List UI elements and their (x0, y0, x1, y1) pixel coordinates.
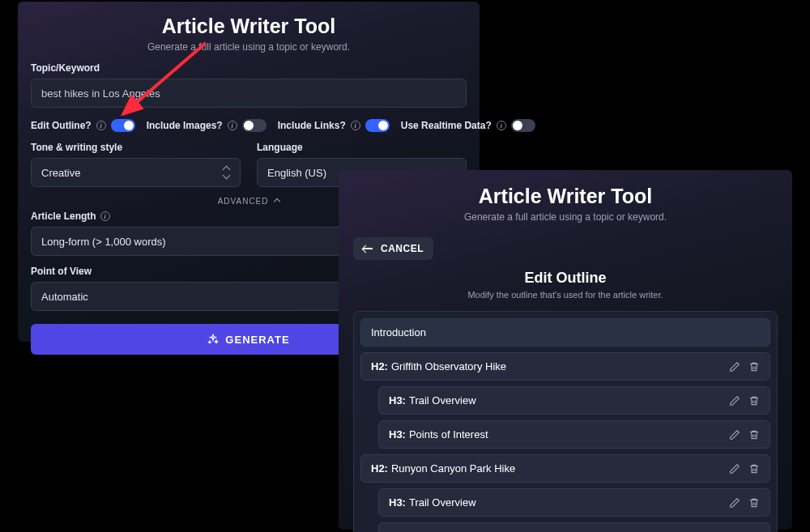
section-subtitle: Modify the outline that's used for the a… (353, 290, 778, 300)
tone-select[interactable]: Creative (31, 158, 241, 187)
pov-value: Automatic (41, 291, 88, 303)
edit-outline-toggle[interactable] (111, 119, 135, 132)
realtime-label: Use Realtime Data? (401, 120, 492, 131)
page-subtitle: Generate a full article using a topic or… (353, 211, 778, 223)
outline-item-text: H2:Griffith Observatory Hike (371, 360, 506, 372)
include-images-label: Include Images? (147, 120, 223, 131)
edit-outline-label: Edit Outline? (31, 120, 92, 131)
trash-icon[interactable] (748, 429, 760, 440)
info-icon[interactable]: i (228, 121, 237, 130)
arrow-left-icon (363, 245, 374, 253)
outline-item-text: H2:Runyon Canyon Park Hike (371, 462, 515, 475)
include-links-label: Include Links? (278, 120, 346, 131)
trash-icon[interactable] (748, 497, 760, 509)
cancel-label: CANCEL (381, 243, 424, 254)
info-icon[interactable]: i (100, 211, 110, 221)
include-links-toggle[interactable] (365, 119, 390, 132)
outline-item-text: H3:Points of Interest (389, 428, 488, 440)
pencil-icon[interactable] (729, 361, 740, 372)
outline-item-text: Introduction (371, 326, 426, 338)
sparkle-icon (207, 334, 219, 345)
outline-item-h3[interactable]: H3:Points of Interest (378, 420, 770, 449)
outline-list: IntroductionH2:Griffith Observatory Hike… (353, 311, 778, 532)
trash-icon[interactable] (748, 463, 760, 475)
language-value: English (US) (267, 167, 326, 179)
realtime-toggle[interactable] (511, 119, 535, 132)
topic-input-value: best hikes in Los Angeles (41, 87, 160, 100)
trash-icon[interactable] (748, 361, 760, 372)
outline-item-actions (729, 497, 760, 509)
edit-outline-panel: Article Writer Tool Generate a full arti… (339, 170, 792, 530)
outline-item-h3[interactable]: H3:Trail Overview (378, 386, 770, 415)
trash-icon[interactable] (748, 395, 760, 406)
info-icon[interactable]: i (351, 121, 360, 130)
page-subtitle: Generate a full article using a topic or… (31, 41, 467, 53)
tone-value: Creative (41, 167, 80, 179)
chevron-updown-icon (222, 167, 230, 178)
info-icon[interactable]: i (96, 121, 106, 130)
info-icon[interactable]: i (497, 121, 506, 130)
page-title: Article Writer Tool (353, 185, 778, 208)
outline-item-h3[interactable]: H3:Points of Interest (378, 522, 770, 532)
section-title: Edit Outline (353, 270, 778, 287)
pencil-icon[interactable] (729, 429, 740, 440)
outline-item-h2[interactable]: H2:Runyon Canyon Park Hike (360, 454, 770, 483)
options-row: Edit Outline? i Include Images? i Includ… (31, 119, 467, 132)
topic-input[interactable]: best hikes in Los Angeles (31, 79, 467, 108)
outline-item-actions (729, 463, 760, 475)
pencil-icon[interactable] (729, 463, 740, 475)
generate-button-label: GENERATE (225, 334, 289, 346)
page-title: Article Writer Tool (31, 15, 467, 38)
pencil-icon[interactable] (729, 395, 740, 406)
outline-item-text: H3:Trail Overview (389, 496, 476, 509)
outline-item-h2[interactable]: H2:Griffith Observatory Hike (360, 352, 770, 381)
length-value: Long-form (> 1,000 words) (41, 236, 166, 248)
outline-item-text: H3:Trail Overview (389, 394, 476, 406)
outline-item-actions (729, 361, 760, 372)
tone-label: Tone & writing style (31, 142, 241, 153)
pencil-icon[interactable] (729, 497, 740, 509)
outline-item-actions (729, 395, 760, 406)
outline-item-intro[interactable]: Introduction (360, 318, 770, 347)
advanced-label: ADVANCED (218, 197, 269, 206)
include-images-toggle[interactable] (242, 119, 266, 132)
outline-item-h3[interactable]: H3:Trail Overview (378, 488, 770, 517)
topic-label: Topic/Keyword (31, 62, 467, 74)
language-label: Language (257, 142, 467, 153)
cancel-button[interactable]: CANCEL (353, 237, 433, 260)
outline-item-actions (729, 429, 760, 440)
chevron-up-icon (274, 198, 280, 205)
